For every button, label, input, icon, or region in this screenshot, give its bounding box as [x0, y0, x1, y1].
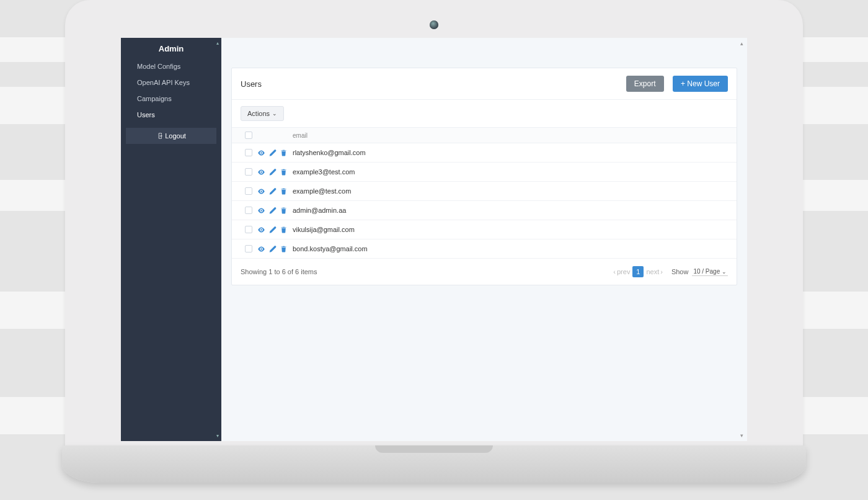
email-column-header[interactable]: email: [290, 132, 728, 139]
chevron-down-icon: ⌄: [722, 269, 727, 275]
edit-icon[interactable]: [268, 206, 277, 215]
scroll-bottom-icon[interactable]: ▾: [740, 432, 743, 439]
table-row: bond.kostya@gmail.com: [232, 239, 737, 259]
sidebar-item-openai-keys[interactable]: OpenAI API Keys: [121, 74, 221, 91]
email-cell: example@test.com: [290, 187, 728, 195]
delete-icon[interactable]: [279, 187, 288, 195]
prev-page-button[interactable]: ‹ prev: [613, 268, 630, 275]
new-user-button[interactable]: + New User: [673, 76, 728, 92]
export-button[interactable]: Export: [626, 76, 664, 92]
edit-icon[interactable]: [268, 148, 277, 157]
chevron-left-icon: ‹: [613, 268, 616, 275]
sidebar-title: Admin: [121, 38, 221, 58]
users-panel: Users Export + New User Actions ⌄: [231, 68, 737, 285]
chevron-right-icon: ›: [660, 268, 663, 275]
table-header: email: [232, 128, 737, 143]
panel-header: Users Export + New User: [232, 68, 737, 100]
edit-icon[interactable]: [268, 167, 277, 176]
table-row: example3@test.com: [232, 163, 737, 182]
main-content: ▴ Users Export + New User Actions ⌄: [221, 38, 747, 441]
sidebar-expand-icon[interactable]: ▾: [216, 433, 219, 439]
delete-icon[interactable]: [279, 148, 288, 157]
view-icon[interactable]: [257, 225, 265, 234]
page-title: Users: [241, 79, 262, 89]
show-label: Show: [671, 268, 689, 275]
delete-icon[interactable]: [279, 225, 288, 234]
sidebar-item-model-configs[interactable]: Model Configs: [121, 58, 221, 74]
view-icon[interactable]: [257, 206, 265, 215]
laptop-notch: [375, 445, 493, 453]
email-cell: bond.kostya@gmail.com: [290, 245, 728, 252]
app-screen: ▴ Admin Model Configs OpenAI API Keys Ca…: [121, 38, 747, 441]
edit-icon[interactable]: [268, 225, 277, 234]
email-cell: example3@test.com: [290, 168, 728, 176]
delete-icon[interactable]: [279, 167, 288, 176]
chevron-down-icon: ⌄: [272, 110, 277, 117]
delete-icon[interactable]: [279, 206, 288, 215]
next-page-button[interactable]: next ›: [646, 268, 662, 275]
view-icon[interactable]: [257, 187, 265, 195]
email-cell: vikulsija@gmail.com: [290, 226, 728, 233]
row-checkbox[interactable]: [245, 207, 252, 214]
actions-dropdown[interactable]: Actions ⌄: [241, 106, 284, 121]
row-checkbox[interactable]: [245, 245, 252, 252]
select-all-checkbox[interactable]: [245, 132, 252, 139]
logout-icon: [156, 132, 164, 140]
logout-label: Logout: [165, 132, 186, 140]
sidebar-collapse-icon[interactable]: ▴: [216, 40, 219, 46]
row-checkbox[interactable]: [245, 168, 252, 176]
row-checkbox[interactable]: [245, 187, 252, 195]
camera-icon: [430, 20, 438, 29]
table-row: rlatyshenko@gmail.com: [232, 143, 737, 163]
view-icon[interactable]: [257, 244, 265, 253]
view-icon[interactable]: [257, 167, 265, 176]
summary-text: Showing 1 to 6 of 6 items: [241, 268, 317, 275]
email-cell: rlatyshenko@gmail.com: [290, 149, 728, 156]
table-row: admin@admin.aa: [232, 201, 737, 220]
sidebar-item-campaigns[interactable]: Campaigns: [121, 91, 221, 107]
scroll-top-icon[interactable]: ▴: [740, 40, 743, 47]
pagination: ‹ prev 1 next ›: [613, 266, 663, 277]
email-cell: admin@admin.aa: [290, 207, 728, 214]
page-number-current[interactable]: 1: [632, 266, 644, 277]
edit-icon[interactable]: [268, 244, 277, 253]
logout-button[interactable]: Logout: [126, 128, 216, 144]
view-icon[interactable]: [257, 148, 265, 157]
table-footer: Showing 1 to 6 of 6 items ‹ prev 1 next …: [232, 259, 737, 285]
row-checkbox[interactable]: [245, 226, 252, 233]
delete-icon[interactable]: [279, 244, 288, 253]
table-row: vikulsija@gmail.com: [232, 220, 737, 239]
table-row: example@test.com: [232, 182, 737, 201]
edit-icon[interactable]: [268, 187, 277, 195]
table-body: rlatyshenko@gmail.comexample3@test.comex…: [232, 143, 737, 259]
row-checkbox[interactable]: [245, 149, 252, 156]
sidebar: ▴ Admin Model Configs OpenAI API Keys Ca…: [121, 38, 221, 441]
sidebar-item-users[interactable]: Users: [121, 107, 221, 123]
page-size-select[interactable]: 10 / Page ⌄: [692, 267, 728, 276]
actions-label: Actions: [247, 110, 270, 117]
laptop-frame: ▴ Admin Model Configs OpenAI API Keys Ca…: [65, 0, 803, 478]
actions-bar: Actions ⌄: [232, 100, 737, 128]
